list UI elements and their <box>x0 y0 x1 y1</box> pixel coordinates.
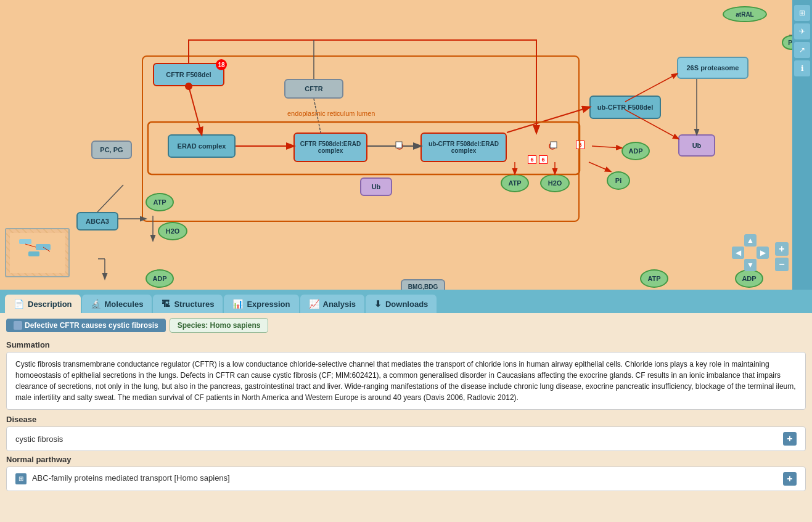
tabs-bar: 📄 Description 🔬 Molecules 🏗 Structures 📊… <box>0 290 812 313</box>
tab-analysis[interactable]: 📈 Analysis <box>300 295 364 313</box>
num-label-6c: 6 <box>539 155 547 164</box>
nav-left-button[interactable]: ◀ <box>732 247 744 259</box>
tab-downloads[interactable]: ⬇ Downloads <box>366 295 437 313</box>
svg-rect-3 <box>28 251 39 256</box>
downloads-icon: ⬇ <box>374 299 382 309</box>
map-thumb-inner <box>6 229 68 276</box>
structures-icon: 🏗 <box>162 299 170 309</box>
normal-pathway-title: Normal parthway <box>6 455 806 464</box>
sub-tab-defective-cftr[interactable]: Defective CFTR causes cystic fibrosis <box>6 319 166 332</box>
tab-description[interactable]: 📄 Description <box>5 295 81 313</box>
analysis-icon: 📈 <box>309 299 319 309</box>
sub-tab-homo-sapiens[interactable]: Species: Homo sapiens <box>170 318 269 333</box>
pi-node[interactable]: Pi <box>607 171 630 190</box>
summation-title: Summation <box>6 340 806 349</box>
disease-title: Disease <box>6 415 806 424</box>
h2o2-node[interactable]: H2O <box>540 174 570 192</box>
tab-expression[interactable]: 📊 Expression <box>224 295 298 313</box>
er-lumen-label: endoplasmic reticulum lumen <box>287 110 375 117</box>
num-label-6b: 6 <box>528 155 536 164</box>
cftr-badge: 18 <box>216 59 227 70</box>
summation-text: Cystic fibrosis transmembrane conductanc… <box>6 352 806 410</box>
ub-cftr-node[interactable]: ub-CFTR F508del <box>589 96 661 119</box>
svg-line-22 <box>592 146 621 148</box>
normal-pathway-label: ⊞ ABC-family proteins mediated transport… <box>15 473 230 484</box>
normal-pathway-expand-btn[interactable]: + <box>783 472 797 486</box>
expression-icon: 📊 <box>232 299 243 309</box>
svg-line-23 <box>97 185 123 212</box>
h2o1-node[interactable]: H2O <box>158 222 187 240</box>
atp1-node[interactable]: ATP <box>146 193 174 211</box>
zoom-out-button[interactable]: − <box>775 258 789 271</box>
nav-right-button[interactable]: ▶ <box>757 247 769 259</box>
ub-cftr-erad-node[interactable]: ub-CFTR F508del:ERAD complex <box>420 133 507 162</box>
abca3-node[interactable]: ABCA3 <box>76 212 118 230</box>
atp3-node[interactable]: ATP <box>640 269 668 288</box>
cftr-node[interactable]: CFTR <box>284 79 343 99</box>
disease-row[interactable]: cystic fibrosis + <box>6 426 806 451</box>
nav-control: ▲ ◀ ▶ ▼ <box>732 234 769 271</box>
sidebar-icon-1[interactable]: ⊞ <box>794 5 810 21</box>
sidebar-icon-2[interactable]: ✈ <box>794 23 810 39</box>
pathway-diagram: endoplasmic reticulum lumen lamellar bod… <box>0 0 812 290</box>
description-icon: 📄 <box>14 299 24 309</box>
sub-tab-icon <box>14 321 22 330</box>
pathway-icon: ⊞ <box>15 473 27 484</box>
svg-line-21 <box>589 162 610 171</box>
adp1-node[interactable]: ADP <box>146 269 174 288</box>
26s-proteasome-node[interactable]: 26S proteasome <box>677 57 748 79</box>
content-area: Defective CFTR causes cystic fibrosis Sp… <box>0 313 812 522</box>
zoom-in-button[interactable]: + <box>775 242 789 256</box>
cftr-f508del-node[interactable]: CFTR F508del 18 <box>153 63 224 86</box>
molecules-icon: 🔬 <box>91 299 101 309</box>
sidebar-icon-share[interactable]: ↗ <box>794 42 810 58</box>
ub-node-right[interactable]: Ub <box>678 134 715 157</box>
disease-label: cystic fibrosis <box>15 434 63 444</box>
adp2-node[interactable]: ADP <box>621 142 650 160</box>
right-sidebar: ⊞ ✈ ↗ ℹ <box>792 0 812 290</box>
erad-complex-node[interactable]: ERAD complex <box>168 134 236 158</box>
bmg-bdg-node[interactable]: BMG,BDG <box>401 279 445 290</box>
atp2-node[interactable]: ATP <box>501 174 529 192</box>
svg-rect-1 <box>19 239 31 244</box>
disease-expand-btn[interactable]: + <box>783 432 797 446</box>
map-thumbnail[interactable] <box>5 228 70 277</box>
atral-node[interactable]: atRAL <box>723 6 767 22</box>
nav-up-button[interactable]: ▲ <box>744 234 757 247</box>
cftr-erad-complex-node[interactable]: CFTR F508del:ERAD complex <box>293 133 367 162</box>
ub-node-center[interactable]: Ub <box>360 177 392 196</box>
adp3-node[interactable]: ADP <box>735 269 763 288</box>
normal-pathway-row[interactable]: ⊞ ABC-family proteins mediated transport… <box>6 467 806 491</box>
pc-pg-node[interactable]: PC, PG <box>91 141 132 159</box>
tab-structures[interactable]: 🏗 Structures <box>153 295 223 313</box>
nav-down-button[interactable]: ▼ <box>744 259 757 271</box>
sub-tabs-bar: Defective CFTR causes cystic fibrosis Sp… <box>6 313 806 336</box>
num-label-6a: 6 <box>576 141 584 149</box>
sidebar-icon-info[interactable]: ℹ <box>794 60 810 76</box>
tab-molecules[interactable]: 🔬 Molecules <box>82 295 152 313</box>
